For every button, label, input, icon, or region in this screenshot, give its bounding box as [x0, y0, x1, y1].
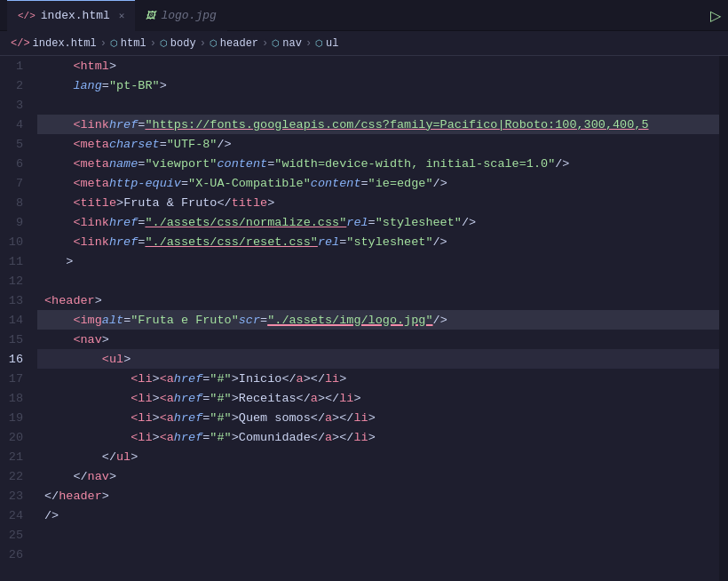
- bc-ul-icon: ⬡: [315, 38, 323, 49]
- scrollbar[interactable]: [719, 56, 728, 581]
- ln-3: 3: [0, 95, 30, 115]
- bc-ul[interactable]: ⬡ ul: [315, 37, 338, 50]
- code-line-2: lang="pt-BR">: [37, 76, 719, 95]
- code-line-15: <nav>: [37, 330, 719, 349]
- code-line-21: </ul>: [37, 447, 719, 466]
- code-line-25: [37, 525, 719, 545]
- ln-23: 23: [0, 486, 30, 505]
- code-line-8: <title>Fruta & Fruto</title>: [37, 193, 719, 212]
- code-line-6: <meta name="viewport" content="width=dev…: [37, 154, 719, 173]
- code-line-20: <li><a href="#">Comunidade</a></li>: [37, 427, 719, 447]
- tab-label-logo: logo.jpg: [161, 9, 216, 22]
- code-line-5: <meta charset="UTF-8" />: [37, 134, 719, 154]
- ln-20: 20: [0, 427, 30, 447]
- ln-26: 26: [0, 545, 30, 564]
- code-line-3: [37, 95, 719, 115]
- tab-label-index: index.html: [41, 9, 110, 22]
- ln-7: 7: [0, 173, 30, 193]
- ln-21: 21: [0, 447, 30, 466]
- ln-17: 17: [0, 369, 30, 388]
- bc-html-icon: </>: [11, 37, 30, 50]
- code-line-9: <link href="./assets/css/normalize.css" …: [37, 212, 719, 232]
- line-numbers: 1 2 3 4 5 6 7 8 9 10 11 12 13 14 15 16 1…: [0, 56, 37, 581]
- ln-10: 10: [0, 232, 30, 251]
- html-file-icon: </>: [18, 11, 36, 21]
- code-content[interactable]: <html> lang="pt-BR"> <link href="https:/…: [37, 56, 719, 581]
- code-line-17: <li><a href="#">Inicio</a></li>: [37, 369, 719, 388]
- bc-body-icon: ⬡: [160, 38, 168, 49]
- code-line-19: <li><a href="#">Quem somos</a></li>: [37, 408, 719, 427]
- bc-index-label: index.html: [33, 37, 97, 50]
- bc-ul-label: ul: [326, 37, 338, 50]
- bc-html-label: html: [121, 37, 146, 50]
- ln-25: 25: [0, 525, 30, 545]
- code-line-10: <link href="./assets/css/reset.css" rel=…: [37, 232, 719, 251]
- code-line-18: <li><a href="#">Receitas</a></li>: [37, 388, 719, 408]
- ln-14: 14: [0, 310, 30, 330]
- ln-12: 12: [0, 271, 30, 290]
- code-line-16: <ul>: [37, 349, 719, 369]
- img-file-icon: 🖼: [146, 10, 155, 21]
- ln-13: 13: [0, 290, 30, 310]
- code-line-1: <html>: [37, 56, 719, 76]
- bc-html-tag-icon: ⬡: [110, 38, 118, 49]
- ln-19: 19: [0, 408, 30, 427]
- code-line-24: />: [37, 505, 719, 525]
- code-area: 1 2 3 4 5 6 7 8 9 10 11 12 13 14 15 16 1…: [0, 56, 728, 581]
- ln-22: 22: [0, 466, 30, 486]
- code-line-22: </nav>: [37, 466, 719, 486]
- bc-index-html[interactable]: </> index.html: [11, 37, 97, 50]
- ln-4: 4: [0, 115, 30, 134]
- tab-index-html[interactable]: </> index.html ✕: [7, 0, 135, 31]
- bc-header[interactable]: ⬡ header: [210, 37, 258, 50]
- ln-15: 15: [0, 330, 30, 349]
- ln-9: 9: [0, 212, 30, 232]
- code-line-26: [37, 545, 719, 564]
- ln-1: 1: [0, 56, 30, 76]
- title-bar: </> index.html ✕ 🖼 logo.jpg ▷: [0, 0, 728, 31]
- code-line-11: >: [37, 251, 719, 271]
- bc-body-label: body: [170, 37, 196, 50]
- ln-11: 11: [0, 251, 30, 271]
- code-line-12: [37, 271, 719, 290]
- tab-close-index[interactable]: ✕: [119, 10, 125, 21]
- ln-24: 24: [0, 505, 30, 525]
- bc-header-icon: ⬡: [210, 38, 218, 49]
- code-line-13: <header>: [37, 290, 719, 310]
- run-button[interactable]: ▷: [710, 7, 721, 24]
- ln-5: 5: [0, 134, 30, 154]
- tab-logo-jpg[interactable]: 🖼 logo.jpg: [135, 0, 226, 31]
- bc-nav[interactable]: ⬡ nav: [272, 37, 302, 50]
- bc-nav-label: nav: [282, 37, 302, 50]
- code-line-4: <link href="https://fonts.googleapis.com…: [37, 115, 719, 134]
- code-line-7: <meta http-equiv="X-UA-Compatible" conte…: [37, 173, 719, 193]
- bc-body[interactable]: ⬡ body: [160, 37, 196, 50]
- ln-6: 6: [0, 154, 30, 173]
- code-line-23: </header>: [37, 486, 719, 505]
- bc-html[interactable]: ⬡ html: [110, 37, 146, 50]
- ln-2: 2: [0, 76, 30, 95]
- ln-16: 16: [0, 349, 30, 369]
- breadcrumb: </> index.html › ⬡ html › ⬡ body › ⬡ hea…: [0, 31, 728, 56]
- bc-header-label: header: [220, 37, 258, 50]
- bc-nav-icon: ⬡: [272, 38, 280, 49]
- code-line-14: <img alt="Fruta e Fruto" scr="./assets/i…: [37, 310, 719, 330]
- ln-18: 18: [0, 388, 30, 408]
- ln-8: 8: [0, 193, 30, 212]
